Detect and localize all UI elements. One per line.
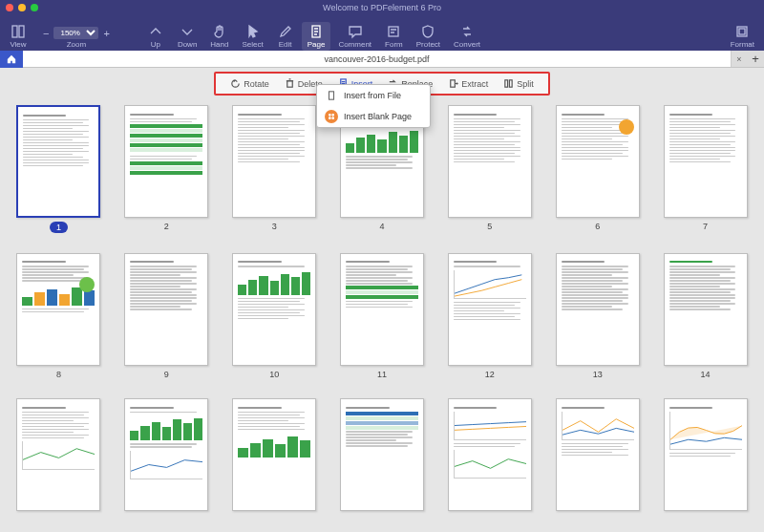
rotate-button[interactable]: Rotate [225,76,274,91]
page-thumb-19[interactable] [444,398,535,525]
page-thumb-13[interactable]: 13 [552,253,643,394]
extract-button[interactable]: Extract [443,76,493,91]
svg-rect-11 [329,92,334,99]
svg-rect-1 [19,26,24,37]
page-thumb-2[interactable]: 2 [121,105,212,247]
up-button[interactable]: Up [141,22,170,51]
view-button[interactable]: View [4,22,32,51]
svg-rect-9 [505,80,508,87]
zoom-in-button[interactable]: + [100,28,112,39]
page-thumb-11[interactable]: 11 [337,253,428,394]
down-button[interactable]: Down [172,22,202,51]
form-button[interactable]: Form [379,22,409,51]
home-tab[interactable] [0,51,23,68]
file-icon [325,89,338,102]
page-button[interactable]: Page [302,22,331,51]
page-thumb-8[interactable]: 8 [13,253,104,394]
svg-point-12 [329,115,331,117]
page-thumb-14[interactable]: 14 [660,253,751,394]
insert-dropdown: Insert from File Insert Blank Page [316,84,431,128]
svg-point-14 [329,117,331,119]
svg-point-13 [332,115,334,117]
page-thumb-21[interactable] [660,398,751,525]
blank-page-icon [325,110,338,123]
page-thumb-5[interactable]: 5 [444,105,535,247]
edit-button[interactable]: Edit [271,22,300,51]
page-thumb-6[interactable]: 6 [552,105,643,247]
svg-rect-3 [389,27,398,36]
page-thumb-1[interactable]: 1 [13,105,104,247]
hand-button[interactable]: Hand [204,22,234,51]
svg-rect-6 [286,81,292,87]
protect-button[interactable]: Protect [411,22,446,51]
page-thumb-17[interactable] [229,398,320,525]
page-thumbnail-grid: 1 2 3 4 5 6 7 8 9 10 11 12 [0,99,764,532]
format-button[interactable]: Format [725,22,760,51]
split-button[interactable]: Split [499,76,539,91]
page-thumb-7[interactable]: 7 [660,105,751,247]
page-thumb-15[interactable] [13,398,104,525]
page-thumb-9[interactable]: 9 [121,253,212,394]
page-thumb-3[interactable]: 3 [229,105,320,247]
page-thumb-10[interactable]: 10 [229,253,320,394]
page-thumb-12[interactable]: 12 [444,253,535,394]
app-title: Welcome to PDFelement 6 Pro [0,3,764,12]
convert-button[interactable]: Convert [448,22,486,51]
main-toolbar: View − 150% + Zoom Up Down Hand Select E… [0,14,764,51]
comment-button[interactable]: Comment [332,22,377,51]
new-tab-button[interactable]: + [747,52,764,66]
select-button[interactable]: Select [236,22,268,51]
zoom-out-button[interactable]: − [40,28,52,39]
svg-rect-0 [12,26,17,37]
svg-point-15 [332,117,334,119]
insert-blank-page[interactable]: Insert Blank Page [317,106,430,127]
zoom-select[interactable]: 150% [53,27,98,39]
zoom-control[interactable]: − 150% + Zoom [34,25,118,51]
page-thumb-16[interactable] [121,398,212,525]
document-tab[interactable]: vancouver-2016-budget.pdf [23,51,732,67]
close-tab-button[interactable]: × [732,54,747,64]
page-thumb-20[interactable] [552,398,643,525]
insert-from-file[interactable]: Insert from File [317,85,430,106]
svg-rect-10 [510,80,513,87]
svg-rect-8 [451,80,456,87]
page-thumb-18[interactable] [337,398,428,525]
tab-bar: vancouver-2016-budget.pdf × + [0,51,764,68]
svg-rect-5 [739,29,745,34]
window-titlebar: Welcome to PDFelement 6 Pro [0,0,764,14]
